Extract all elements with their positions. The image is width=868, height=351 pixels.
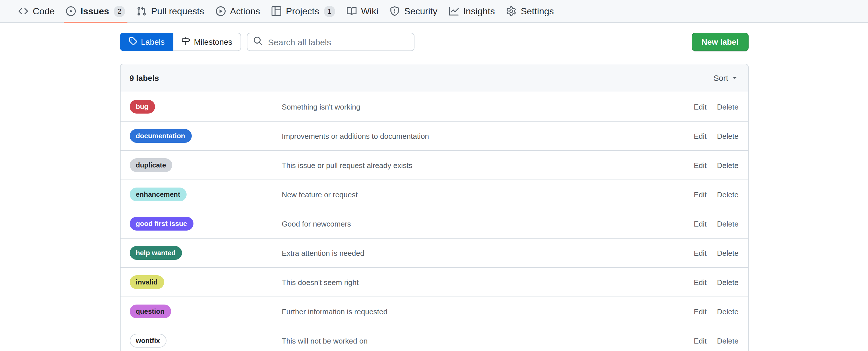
label-chip[interactable]: wontfix [129, 334, 166, 348]
edit-label-link[interactable]: Edit [694, 337, 707, 345]
nav-tab-security[interactable]: Security [384, 0, 443, 22]
nav-tab-label: Settings [521, 6, 554, 16]
edit-label-link[interactable]: Edit [694, 132, 707, 140]
label-row-actions: EditDelete [694, 249, 739, 257]
label-description: This issue or pull request already exist… [282, 161, 694, 170]
sort-caret-slot [731, 73, 739, 83]
milestone-icon-slot [181, 37, 190, 47]
labels-milestones-switch: Labels Milestones [120, 33, 241, 51]
label-description: Further information is requested [282, 307, 694, 316]
delete-label-link[interactable]: Delete [717, 219, 739, 228]
nav-tab-label: Insights [463, 6, 495, 16]
label-chip[interactable]: help wanted [129, 246, 182, 260]
gear-icon [506, 6, 516, 16]
delete-label-link[interactable]: Delete [717, 307, 739, 316]
label-row-actions: EditDelete [694, 307, 739, 316]
label-chip[interactable]: documentation [129, 129, 191, 143]
nav-tab-code[interactable]: Code [12, 0, 61, 22]
label-row-actions: EditDelete [694, 161, 739, 170]
edit-label-link[interactable]: Edit [694, 102, 707, 111]
nav-tab-issues[interactable]: Issues2 [61, 0, 131, 22]
shield-icon [390, 6, 400, 16]
label-chip[interactable]: bug [129, 100, 155, 113]
edit-label-link[interactable]: Edit [694, 190, 707, 199]
nav-tab-label: Issues [81, 6, 110, 16]
nav-tab-label: Code [33, 6, 55, 16]
label-row: good first issueGood for newcomersEditDe… [120, 209, 748, 238]
edit-label-link[interactable]: Edit [694, 249, 707, 257]
delete-label-link[interactable]: Delete [717, 190, 739, 199]
milestones-tab-label: Milestones [194, 37, 232, 46]
delete-label-link[interactable]: Delete [717, 337, 739, 345]
milestones-tab-button[interactable]: Milestones [174, 33, 241, 51]
sort-label: Sort [714, 73, 728, 82]
label-row: enhancementNew feature or requestEditDel… [120, 179, 748, 209]
new-label-button[interactable]: New label [692, 33, 748, 51]
label-chip[interactable]: enhancement [129, 187, 187, 201]
labels-card-header: 9 labels Sort [120, 64, 748, 92]
label-chip[interactable]: invalid [129, 275, 164, 289]
search-icon [253, 36, 262, 45]
search-icon-slot [253, 36, 262, 47]
nav-tab-counter: 1 [324, 5, 335, 17]
label-description: Extra attention is needed [282, 249, 694, 257]
book-icon [347, 6, 356, 16]
labels-tab-label: Labels [141, 37, 165, 46]
labels-card: 9 labels Sort bugSomething isn't working… [120, 64, 748, 351]
git-pull-request-icon [136, 6, 146, 16]
label-row-actions: EditDelete [694, 132, 739, 140]
sort-button[interactable]: Sort [714, 73, 739, 83]
edit-label-link[interactable]: Edit [694, 219, 707, 228]
labels-tab-button[interactable]: Labels [120, 33, 174, 51]
label-description: This will not be worked on [282, 337, 694, 345]
nav-tab-label: Projects [286, 6, 319, 16]
label-row: bugSomething isn't workingEditDelete [120, 92, 748, 121]
nav-tab-wiki[interactable]: Wiki [341, 0, 384, 22]
tag-icon-slot [128, 37, 137, 47]
delete-label-link[interactable]: Delete [717, 249, 739, 257]
nav-tab-settings[interactable]: Settings [501, 0, 560, 22]
project-icon [272, 6, 281, 16]
delete-label-link[interactable]: Delete [717, 132, 739, 140]
edit-label-link[interactable]: Edit [694, 307, 707, 316]
delete-label-link[interactable]: Delete [717, 161, 739, 170]
label-row: invalidThis doesn't seem rightEditDelete [120, 267, 748, 296]
nav-tab-actions[interactable]: Actions [210, 0, 266, 22]
label-search [247, 33, 414, 51]
main-content: Labels Milestones New label 9 labels Sor… [120, 33, 748, 351]
edit-label-link[interactable]: Edit [694, 278, 707, 286]
labels-toolbar: Labels Milestones New label [120, 33, 748, 51]
repo-nav: CodeIssues2Pull requestsActionsProjects1… [0, 0, 868, 23]
label-row: documentationImprovements or additions t… [120, 121, 748, 150]
nav-tab-pull-requests[interactable]: Pull requests [131, 0, 210, 22]
edit-label-link[interactable]: Edit [694, 161, 707, 170]
label-chip[interactable]: duplicate [129, 158, 172, 172]
nav-tab-counter: 2 [114, 5, 125, 17]
label-description: Good for newcomers [282, 219, 694, 228]
search-input[interactable] [267, 36, 408, 47]
nav-tab-label: Security [404, 6, 437, 16]
label-row: wontfixThis will not be worked onEditDel… [120, 326, 748, 351]
delete-label-link[interactable]: Delete [717, 278, 739, 286]
label-row-actions: EditDelete [694, 102, 739, 111]
nav-tab-label: Wiki [361, 6, 378, 16]
delete-label-link[interactable]: Delete [717, 102, 739, 111]
nav-tab-label: Pull requests [151, 6, 204, 16]
label-row: duplicateThis issue or pull request alre… [120, 150, 748, 179]
triangle-down-icon [731, 73, 739, 81]
label-chip[interactable]: question [129, 305, 171, 318]
labels-list: bugSomething isn't workingEditDeletedocu… [120, 92, 748, 351]
label-row: help wantedExtra attention is neededEdit… [120, 238, 748, 267]
code-icon [19, 6, 28, 16]
label-row-actions: EditDelete [694, 337, 739, 345]
label-row-actions: EditDelete [694, 219, 739, 228]
play-icon [216, 6, 225, 16]
label-description: This doesn't seem right [282, 278, 694, 286]
nav-tab-label: Actions [230, 6, 260, 16]
label-row: questionFurther information is requested… [120, 296, 748, 326]
nav-tab-projects[interactable]: Projects1 [266, 0, 341, 22]
issue-opened-icon [66, 6, 76, 16]
label-chip[interactable]: good first issue [129, 217, 193, 231]
nav-tab-insights[interactable]: Insights [443, 0, 501, 22]
page: CodeIssues2Pull requestsActionsProjects1… [0, 0, 868, 351]
